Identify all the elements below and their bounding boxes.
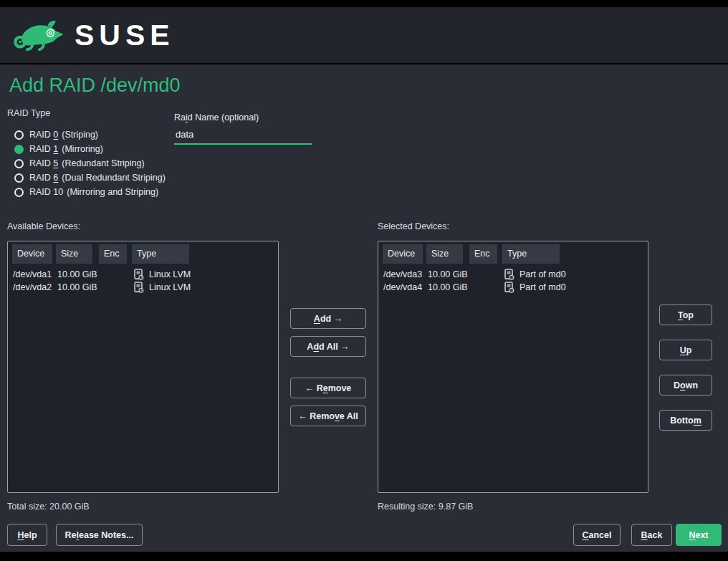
table-row[interactable]: /dev/vda3 10.00 GiB Part of md0 [378, 268, 648, 281]
radio-icon [14, 130, 24, 140]
header-bar: SUSE [0, 7, 728, 63]
next-button[interactable]: Next [676, 524, 722, 546]
cell-type-label: Linux LVM [149, 281, 191, 294]
cell-size: 10.00 GiB [57, 281, 97, 294]
partition-icon [504, 269, 514, 280]
cell-type-label: Part of md0 [519, 268, 566, 281]
radio-label: RAID 0(Striping) [29, 130, 98, 140]
help-button[interactable]: Help [7, 524, 47, 546]
raid-name-label: Raid Name (optional) [174, 112, 259, 123]
installer-window: SUSE Add RAID /dev/md0 RAID Type RAID 0(… [0, 0, 728, 561]
release-notes-button[interactable]: Release Notes... [56, 524, 143, 546]
available-devices-table[interactable]: Device Size Enc Type /dev/vda1 10.00 GiB [7, 241, 279, 493]
selected-devices-label: Selected Devices: [378, 221, 449, 231]
column-header-enc: Enc [99, 244, 127, 264]
cell-type: Linux LVM [133, 281, 191, 294]
available-devices-label: Available Devices: [7, 221, 80, 231]
radio-label: RAID 10(Mirroring and Striping) [29, 187, 158, 197]
radio-label: RAID 6(Dual Redundant Striping) [29, 173, 166, 183]
add-all-button[interactable]: Add All → [290, 336, 366, 357]
table-row[interactable]: /dev/vda1 10.00 GiB Linux LVM [8, 268, 278, 281]
radio-raid5[interactable]: RAID 5(Redundant Striping) [14, 158, 145, 169]
radio-raid6[interactable]: RAID 6(Dual Redundant Striping) [14, 172, 166, 183]
remove-button[interactable]: ← Remove [290, 378, 366, 398]
table-row[interactable]: /dev/vda2 10.00 GiB Linux LVM [8, 281, 278, 294]
radio-label: RAID 5(Redundant Striping) [29, 158, 145, 168]
radio-label: RAID 1(Mirroring) [29, 144, 103, 154]
remove-all-button[interactable]: ← Remove All [290, 406, 366, 426]
partition-icon [504, 282, 514, 293]
column-header-device: Device [12, 244, 52, 264]
selected-devices-table[interactable]: Device Size Enc Type /dev/vda3 10.00 GiB [378, 241, 648, 493]
page-title: Add RAID /dev/md0 [9, 75, 181, 97]
add-button[interactable]: Add → [290, 308, 366, 329]
radio-raid0[interactable]: RAID 0(Striping) [14, 129, 98, 140]
partition-icon [133, 269, 144, 280]
total-size-text: Total size: 20.00 GiB [7, 502, 90, 512]
column-header-type: Type [502, 244, 560, 264]
content-area: Add RAID /dev/md0 RAID Type RAID 0(Strip… [0, 64, 728, 552]
bottom-button[interactable]: Bottom [659, 410, 712, 431]
raid-name-input[interactable] [174, 128, 312, 145]
column-header-type: Type [132, 244, 189, 264]
back-button[interactable]: Back [631, 524, 672, 546]
cell-size: 10.00 GiB [428, 268, 468, 281]
cell-device: /dev/vda3 [383, 268, 422, 281]
radio-icon [14, 173, 24, 183]
radio-raid10[interactable]: RAID 10(Mirroring and Striping) [14, 186, 158, 198]
column-header-size: Size [56, 244, 92, 264]
resulting-size-text: Resulting size: 9.87 GiB [378, 502, 473, 512]
up-button[interactable]: Up [659, 340, 712, 360]
radio-icon [14, 145, 24, 154]
cell-size: 10.00 GiB [428, 281, 468, 294]
cell-device: /dev/vda4 [383, 281, 422, 294]
radio-raid1[interactable]: RAID 1(Mirroring) [14, 143, 103, 155]
column-header-device: Device [383, 244, 423, 264]
table-row[interactable]: /dev/vda4 10.00 GiB Part of md0 [378, 281, 648, 294]
column-header-enc: Enc [469, 244, 497, 264]
cell-device: /dev/vda1 [13, 268, 52, 281]
cancel-button[interactable]: Cancel [573, 524, 621, 546]
raid-type-label: RAID Type [7, 108, 50, 118]
cell-type: Part of md0 [504, 281, 566, 294]
column-header-size: Size [426, 244, 463, 264]
brand-wordmark: SUSE [75, 19, 175, 52]
top-button[interactable]: Top [659, 305, 712, 325]
radio-icon [14, 188, 24, 197]
down-button[interactable]: Down [659, 375, 712, 395]
cell-type: Linux LVM [133, 268, 191, 281]
radio-icon [14, 159, 24, 168]
cell-size: 10.00 GiB [57, 268, 97, 281]
suse-chameleon-logo-icon [11, 17, 67, 53]
partition-icon [133, 282, 144, 293]
cell-type-label: Part of md0 [519, 281, 566, 294]
cell-device: /dev/vda2 [13, 281, 52, 294]
cell-type: Part of md0 [504, 268, 566, 281]
cell-type-label: Linux LVM [149, 268, 191, 281]
